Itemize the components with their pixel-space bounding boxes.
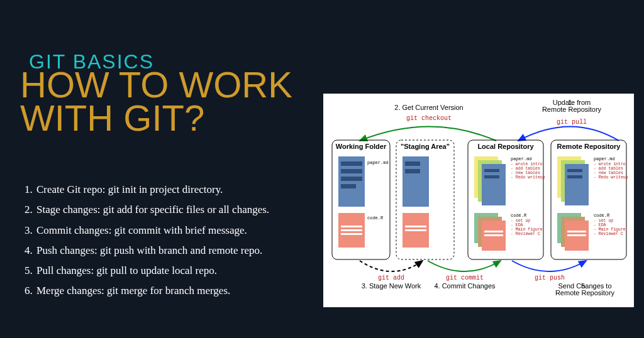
local-paper-notes: - wrote intro- add tables- new tables- R…: [511, 162, 545, 180]
svg-rect-15: [484, 175, 499, 178]
remote-paper-name: paper.md: [594, 156, 615, 161]
svg-rect-24: [567, 169, 582, 172]
step-item: Pull changes: git pull to update local r…: [35, 261, 306, 281]
remote-paper-stack: [557, 156, 589, 205]
svg-rect-7: [405, 161, 420, 166]
flow-commit-label: 4. Commit Changes: [434, 282, 496, 290]
step-item: Push changes: git push with branch and r…: [35, 241, 306, 261]
step-list: Create Git repo: git init in project dir…: [21, 180, 306, 302]
svg-rect-25: [567, 175, 582, 178]
working-code-name: code.R: [367, 215, 384, 221]
flow-add-cmd: git add: [378, 275, 404, 281]
svg-rect-30: [567, 234, 586, 236]
arrow-add: [360, 261, 423, 271]
flow-pull-label: 1. Update fromRemote Repository: [542, 99, 602, 113]
flow-pull-cmd: git pull: [557, 119, 587, 126]
remote-code-notes: - set up- EDA- Main figure- Reviewer C: [594, 219, 626, 236]
svg-rect-5: [341, 229, 362, 231]
arrow-checkout: [360, 127, 496, 141]
git-flow-svg: 2. Get Current Version git checkout 1. U…: [323, 94, 634, 307]
git-flow-diagram: 2. Get Current Version git checkout 1. U…: [323, 94, 634, 307]
local-code-notes: - set up- EDA- Main figure- Reviewer C: [511, 219, 543, 236]
svg-rect-14: [484, 169, 499, 172]
arrow-pull: [518, 127, 619, 141]
svg-rect-8: [405, 169, 420, 173]
flow-push-cmd: git push: [535, 275, 565, 281]
col-staging-title: "Staging Area": [401, 143, 450, 150]
step-item: Stage changes: git add for specific file…: [35, 200, 306, 220]
col-remote-title: Remote Repository: [557, 143, 621, 150]
arrow-push: [512, 261, 586, 271]
col-working-title: Working Folder: [336, 143, 387, 150]
svg-rect-3: [341, 184, 356, 188]
remote-code-name: code.R: [594, 213, 610, 218]
step-item: Create Git repo: git init in project dir…: [35, 180, 306, 200]
svg-rect-10: [405, 229, 426, 231]
flow-push-label: 5. Send Changes toRemote Repository: [555, 282, 615, 297]
flow-commit-cmd: git commit: [446, 275, 484, 281]
col-local-title: Local Repository: [477, 143, 534, 150]
local-paper-name: paper.md: [511, 156, 532, 161]
local-paper-stack: [474, 156, 506, 205]
title: HOW TO WORK WITH GIT?: [20, 68, 292, 135]
flow-add-label: 3. Stage New Work: [362, 282, 421, 290]
svg-rect-0: [341, 161, 362, 166]
svg-rect-20: [484, 234, 503, 236]
svg-rect-6: [341, 233, 362, 235]
svg-rect-29: [567, 231, 586, 232]
step-item: Merge changes: git merge for branch merg…: [35, 281, 306, 301]
svg-rect-9: [405, 226, 426, 227]
remote-paper-notes: - wrote intro- add tables- new tables- R…: [594, 162, 628, 180]
flow-checkout-label: 2. Get Current Version: [394, 104, 463, 111]
step-item: Commit changes: git commit with brief me…: [35, 221, 306, 241]
flow-checkout-cmd: git checkout: [406, 115, 452, 122]
arrow-commit: [428, 261, 501, 271]
svg-rect-4: [341, 226, 362, 227]
svg-rect-1: [341, 169, 362, 173]
local-code-stack: [474, 213, 506, 251]
svg-rect-19: [484, 231, 503, 232]
svg-rect-2: [341, 177, 362, 181]
working-paper-name: paper.md: [367, 160, 389, 165]
local-code-name: code.R: [511, 213, 527, 218]
remote-code-stack: [557, 213, 589, 251]
